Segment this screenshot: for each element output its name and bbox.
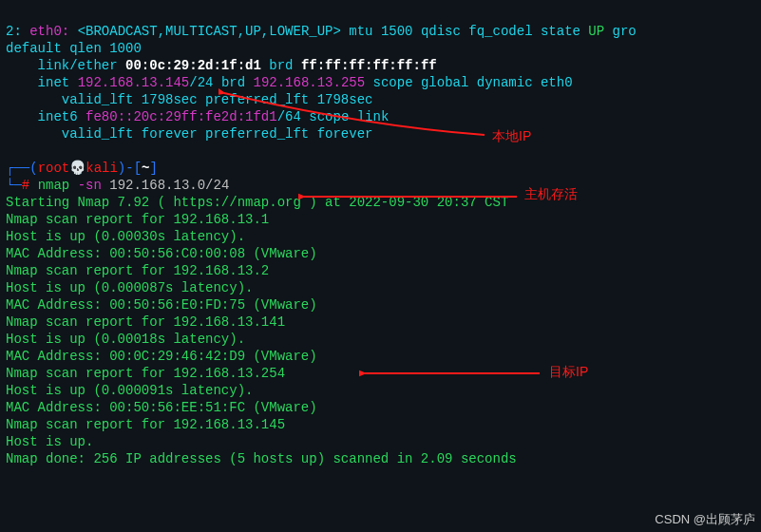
nmap-up-2: Host is up (0.000087s latency). [6, 280, 253, 295]
iface-name: eth0: [29, 24, 69, 39]
nmap-up-1: Host is up (0.00030s latency). [6, 229, 245, 244]
nmap-start: Starting Nmap 7.92 ( https://nmap.org ) … [6, 195, 508, 210]
cmd-option: -sn [78, 178, 102, 193]
mac: 00:0c:29:2d:1f:d1 [125, 58, 261, 73]
gro: gro [613, 24, 637, 39]
nmap-report-3: Nmap scan report for 192.168.13.141 [6, 314, 285, 330]
inet-addr: 192.168.13.145 [78, 75, 190, 90]
inet-brd-label: brd [221, 75, 245, 90]
nmap-up-5: Host is up. [6, 434, 93, 449]
prompt-rp: )-[ [118, 161, 142, 176]
nmap-report-1: Nmap scan report for 192.168.13.1 [6, 212, 269, 227]
nmap-up-3: Host is up (0.00018s latency). [6, 332, 245, 347]
inet-brd: 192.168.13.255 [254, 75, 366, 90]
qlen: default qlen 1000 [6, 41, 142, 56]
iface-index: 2: [6, 24, 22, 39]
inet6-addr: fe80::20c:29ff:fe2d:1fd1 [86, 109, 277, 124]
watermark: CSDN @出顾茅庐 [655, 511, 755, 528]
link-label: link/ether [38, 58, 118, 73]
prompt-lp: ( [29, 161, 37, 176]
nmap-mac-3: MAC Address: 00:0C:29:46:42:D9 (VMware) [6, 349, 317, 364]
state-up: UP [588, 24, 604, 39]
nmap-report-2: Nmap scan report for 192.168.13.2 [6, 263, 269, 278]
nmap-report-5: Nmap scan report for 192.168.13.145 [6, 417, 285, 432]
inet6-prefix: /64 [277, 109, 301, 124]
nmap-mac-1: MAC Address: 00:50:56:C0:00:08 (VMware) [6, 246, 317, 261]
nmap-done: Nmap done: 256 IP addresses (5 hosts up)… [6, 451, 517, 466]
inet6-scope: scope link [309, 109, 389, 124]
nmap-mac-4: MAC Address: 00:50:56:EE:51:FC (VMware) [6, 400, 317, 415]
iface-flags: <BROADCAST,MULTICAST,UP,LOWER_UP> [78, 24, 341, 39]
skull-icon: 💀 [69, 161, 86, 176]
nmap-up-4: Host is up (0.000091s latency). [6, 383, 253, 398]
inet6-valid: valid_lft forever preferred_lft forever [62, 126, 373, 142]
prompt-host: kali [86, 161, 118, 176]
mtu-etc: mtu 1500 qdisc fq_codel state [349, 24, 580, 39]
terminal-output[interactable]: 2: eth0: <BROADCAST,MULTICAST,UP,LOWER_U… [6, 6, 757, 467]
inet-scope: scope global dynamic eth0 [373, 75, 573, 90]
brd-label: brd [269, 58, 293, 73]
inet6-label: inet6 [38, 109, 78, 124]
prompt-hash: # [22, 178, 29, 193]
cmd-arg: 192.168.13.0/24 [109, 178, 229, 193]
brd-mac: ff:ff:ff:ff:ff:ff [301, 58, 437, 73]
inet-prefix: /24 [189, 75, 213, 90]
inet-label: inet [38, 75, 70, 90]
nmap-report-4: Nmap scan report for 192.168.13.254 [6, 366, 285, 381]
nmap-mac-2: MAC Address: 00:50:56:E0:FD:75 (VMware) [6, 297, 317, 313]
prompt-user: root [38, 161, 70, 176]
prompt-rb: ] [149, 161, 157, 176]
inet-valid: valid_lft 1798sec preferred_lft 1798sec [62, 92, 373, 107]
cmd-binary: nmap [38, 178, 70, 193]
